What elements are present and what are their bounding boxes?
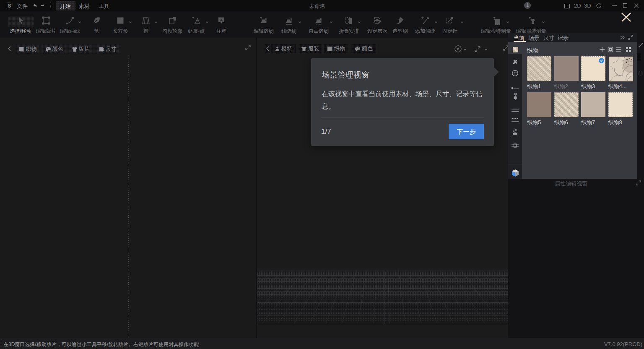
svg-text:A: A	[220, 18, 223, 22]
